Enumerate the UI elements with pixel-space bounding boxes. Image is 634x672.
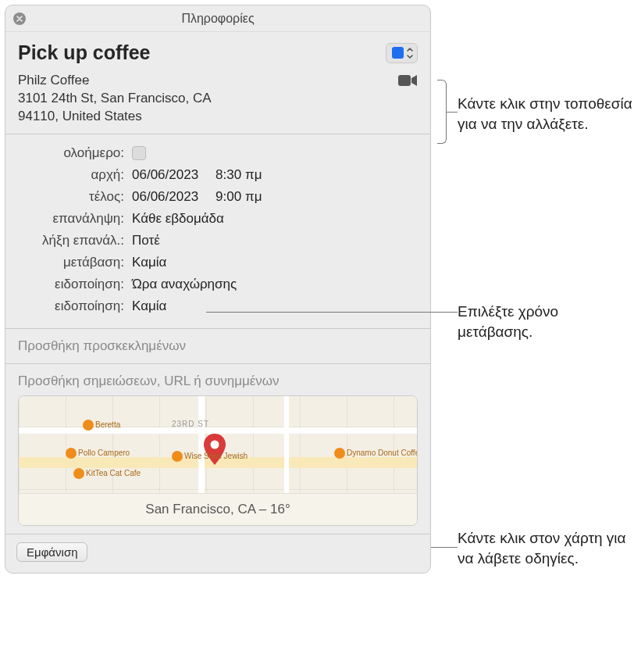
allday-label: ολοήμερο: bbox=[16, 145, 132, 161]
location-line1: Philz Coffee bbox=[18, 72, 212, 90]
alert1-label: ειδοποίηση: bbox=[16, 277, 132, 292]
alert1-value[interactable]: Ώρα αναχώρησης bbox=[132, 277, 237, 292]
end-time[interactable]: 9:00 πμ bbox=[215, 189, 262, 205]
event-location[interactable]: Philz Coffee 3101 24th St, San Francisco… bbox=[18, 72, 212, 126]
video-icon bbox=[397, 73, 418, 88]
svg-point-1 bbox=[211, 440, 219, 449]
alert2-value[interactable]: Καμία bbox=[132, 298, 166, 314]
event-info-panel: Πληροφορίες Pick up coffee Philz Coffee … bbox=[5, 5, 431, 574]
show-button[interactable]: Εμφάνιση bbox=[16, 542, 87, 562]
map-image: 23RD ST BerettaPollo CamperoKitTea Cat C… bbox=[19, 396, 417, 493]
map-poi-dot bbox=[172, 451, 183, 462]
close-icon bbox=[16, 16, 23, 22]
travel-label: μετάβαση: bbox=[16, 255, 132, 270]
close-button[interactable] bbox=[13, 13, 26, 25]
travel-value[interactable]: Καμία bbox=[132, 255, 166, 270]
start-time[interactable]: 8:30 πμ bbox=[215, 167, 262, 183]
map-poi-dot bbox=[83, 420, 94, 431]
repeat-end-value[interactable]: Ποτέ bbox=[132, 233, 160, 248]
titlebar: Πληροφορίες bbox=[5, 5, 430, 32]
callout-line bbox=[206, 312, 458, 313]
alert2-label: ειδοποίηση: bbox=[16, 298, 132, 314]
chevron-updown-icon bbox=[406, 47, 414, 59]
fields-section: ολοήμερο: αρχή: 06/06/2023 8:30 πμ τέλος… bbox=[5, 134, 430, 328]
map-poi-dot bbox=[66, 448, 77, 459]
map-poi-label: Beretta bbox=[95, 420, 120, 429]
start-label: αρχή: bbox=[16, 167, 132, 183]
calendar-color-picker[interactable] bbox=[386, 43, 418, 63]
callout-line bbox=[431, 547, 458, 548]
map-street-label: 23RD ST bbox=[172, 420, 209, 428]
map-poi-label: Wise Sons Jewish bbox=[184, 452, 248, 460]
map-poi-label: KitTea Cat Cafe bbox=[86, 469, 141, 477]
svg-rect-0 bbox=[398, 75, 411, 86]
allday-checkbox[interactable] bbox=[132, 146, 146, 160]
repeat-end-label: λήξη επανάλ.: bbox=[16, 233, 132, 248]
map-poi-label: Pollo Campero bbox=[78, 449, 130, 457]
map-poi-dot bbox=[334, 448, 345, 459]
map-poi-label: Dynamo Donut Coffee bbox=[347, 449, 418, 457]
callout-travel: Επιλέξτε χρόνο μετάβασης. bbox=[458, 302, 634, 341]
location-line2: 3101 24th St, San Francisco, CA bbox=[18, 90, 212, 108]
callout-location: Κάντε κλικ στην τοποθεσία για να την αλλ… bbox=[458, 94, 634, 134]
notes-field[interactable]: Προσθήκη σημειώσεων, URL ή συνημμένων bbox=[18, 374, 418, 389]
map-poi-dot bbox=[73, 468, 84, 479]
start-date[interactable]: 06/06/2023 bbox=[132, 167, 198, 183]
map-caption: San Francisco, CA – 16° bbox=[19, 493, 417, 525]
callout-map: Κάντε κλικ στον χάρτη για να λάβετε οδηγ… bbox=[458, 528, 634, 568]
repeat-label: επανάληψη: bbox=[16, 211, 132, 227]
header: Pick up coffee Philz Coffee 3101 24th St… bbox=[5, 32, 430, 134]
footer: Εμφάνιση bbox=[5, 534, 430, 573]
callout-line bbox=[447, 112, 458, 113]
repeat-value[interactable]: Κάθε εβδομάδα bbox=[132, 211, 224, 227]
calendar-color-swatch bbox=[392, 47, 404, 59]
callout-bracket bbox=[437, 80, 447, 144]
location-line3: 94110, United States bbox=[18, 108, 212, 126]
notes-section: Προσθήκη σημειώσεων, URL ή συνημμένων 23… bbox=[5, 364, 430, 534]
map-thumbnail[interactable]: 23RD ST BerettaPollo CamperoKitTea Cat C… bbox=[18, 395, 418, 526]
video-call-button[interactable] bbox=[397, 73, 418, 91]
end-date[interactable]: 06/06/2023 bbox=[132, 189, 198, 205]
end-label: τέλος: bbox=[16, 189, 132, 205]
event-title[interactable]: Pick up coffee bbox=[18, 41, 151, 64]
add-invitees-field[interactable]: Προσθήκη προσκεκλημένων bbox=[5, 328, 430, 364]
window-title: Πληροφορίες bbox=[181, 12, 254, 26]
